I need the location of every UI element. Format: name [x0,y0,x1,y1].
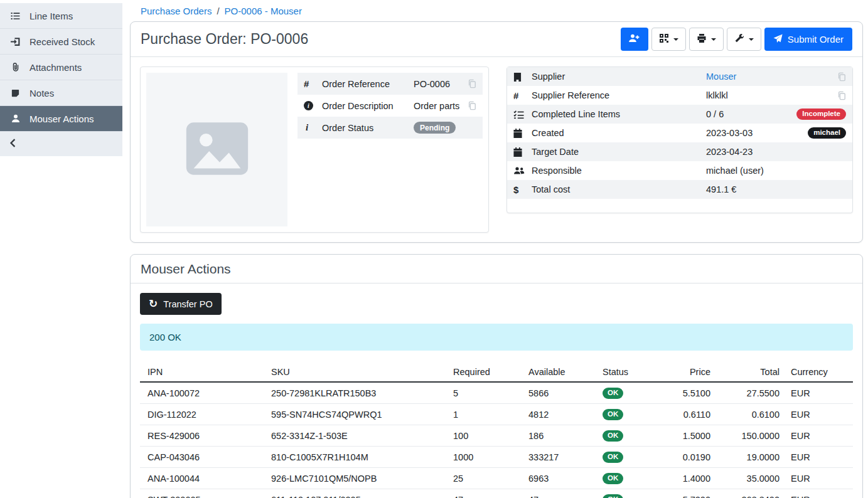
column-header-sku: SKU [269,362,451,382]
breadcrumb-separator: / [217,6,219,16]
cell-available: 4812 [526,404,600,425]
app-window: Line Items Received Stock Attachments No… [0,0,868,498]
column-header-total: Total [713,362,782,382]
print-actions-button[interactable] [689,28,724,51]
column-header-currency: Currency [782,362,853,382]
assign-user-button[interactable] [621,28,648,51]
printer-icon [697,33,707,45]
table-row: CAP-043046 810-C1005X7R1H104M 1000 33321… [140,447,853,468]
page-title: Purchase Order: PO-0006 [141,31,308,48]
order-summary-card: # Order Reference PO-0006 i Order Descri… [140,66,489,233]
submit-order-label: Submit Order [788,34,844,45]
cell-currency: EUR [782,404,853,425]
sidebar-item-mouser-actions[interactable]: Mouser Actions [0,106,122,132]
barcode-actions-button[interactable] [651,28,686,51]
sidebar-item-line-items[interactable]: Line Items [0,3,122,29]
copy-icon[interactable] [837,72,846,82]
sidebar-item-label: Received Stock [29,36,95,47]
sidebar-item-notes[interactable]: Notes [0,80,122,106]
cell-sku: 652-3314Z-1-503E [269,425,451,447]
sidebar-collapse-button[interactable] [0,132,122,156]
cell-required: 1 [451,404,526,425]
copy-icon[interactable] [468,79,476,88]
list-check-icon [513,110,532,119]
status-ok-badge: OK [603,494,623,498]
detail-row-created: Created 2023-03-03 michael [507,124,852,142]
supplier-link[interactable]: Mouser [706,72,736,82]
breadcrumb-link-purchase-orders[interactable]: Purchase Orders [141,6,212,16]
cell-available: 5866 [526,382,600,404]
detail-label: Total cost [532,184,706,194]
cell-ipn: CAP-043046 [140,447,269,468]
detail-value: 2023-04-23 [706,147,846,157]
image-placeholder-icon [180,112,254,188]
caret-down-icon [749,38,754,41]
cell-total: 268.8400 [713,489,782,498]
hash-icon: # [304,78,322,89]
main-content: Purchase Orders / PO-0006 - Mouser Purch… [122,0,868,498]
copy-icon[interactable] [468,101,476,110]
status-ok-badge: OK [603,430,623,442]
dollar-icon: $ [513,184,532,195]
building-icon [513,72,532,82]
detail-value: 2023-03-03 [706,128,808,138]
cell-price: 1.4000 [675,468,713,489]
user-badge: michael [808,127,846,139]
sign-in-icon [9,36,21,47]
order-details-card: Supplier Mouser # Supplier Reference lkl… [506,66,853,213]
detail-row-completed-line-items: Completed Line Items 0 / 6 Incomplete [507,105,852,124]
cell-sku: 810-C1005X7R1H104M [269,447,451,468]
note-icon [9,88,21,98]
caret-down-icon [711,38,716,41]
table-row: RES-429006 652-3314Z-1-503E 100 186 OK 1… [140,425,853,447]
cell-sku: 595-SN74HCS74QPWRQ1 [269,404,451,425]
cell-total: 19.0000 [713,447,782,468]
chevron-left-icon [9,139,16,150]
detail-value: lklklkl [706,90,837,100]
cell-available: 333217 [526,447,600,468]
transfer-po-button[interactable]: ↻ Transfer PO [140,293,222,315]
detail-label: Completed Line Items [532,109,706,119]
cell-currency: EUR [782,425,853,447]
list-icon [9,11,21,21]
cell-sku: 926-LMC7101QM5/NOPB [269,468,451,489]
sidebar-item-attachments[interactable]: Attachments [0,55,122,80]
user-plus-icon [628,33,640,45]
detail-label: Order Reference [322,79,414,89]
cell-ipn: DIG-112022 [140,404,269,425]
cell-currency: EUR [782,447,853,468]
cell-price: 1.5000 [675,425,713,447]
submit-order-button[interactable]: Submit Order [764,28,852,51]
copy-icon[interactable] [837,91,846,100]
mouser-actions-title: Mouser Actions [141,262,231,277]
cell-currency: EUR [782,382,853,404]
paperclip-icon [9,62,21,72]
mouser-actions-panel-body: ↻ Transfer PO 200 OK IPN SKU [131,283,862,498]
sidebar-item-label: Attachments [29,62,82,73]
status-alert: 200 OK [140,324,853,351]
column-header-required: Required [451,362,526,382]
detail-row-order-reference: # Order Reference PO-0006 [297,73,483,95]
cell-ipn: SWT-200005 [140,489,269,498]
sidebar-item-received-stock[interactable]: Received Stock [0,29,122,55]
breadcrumb-link-po-0006[interactable]: PO-0006 - Mouser [225,6,302,16]
cell-price: 5.7200 [675,489,713,498]
cell-ipn: ANA-100072 [140,382,269,404]
status-ok-badge: OK [603,409,623,421]
incomplete-badge: Incomplete [796,109,846,120]
refresh-icon: ↻ [149,299,158,309]
cell-available: 47 [526,489,600,498]
cell-sku: 250-72981KLRATR150B3 [269,382,451,404]
detail-label: Target Date [532,147,706,157]
cell-required: 47 [451,489,526,498]
detail-label: Created [532,128,706,138]
column-header-available: Available [526,362,600,382]
cell-available: 6963 [526,468,600,489]
detail-row-total-cost: $ Total cost 491.1 € [507,180,852,199]
column-header-ipn: IPN [140,362,269,382]
info-circle-icon: i [304,101,313,110]
detail-row-order-description: i Order Description Order parts [297,95,483,117]
detail-value: 491.1 € [706,184,846,194]
order-options-button[interactable] [727,28,761,51]
cell-ipn: RES-429006 [140,425,269,447]
